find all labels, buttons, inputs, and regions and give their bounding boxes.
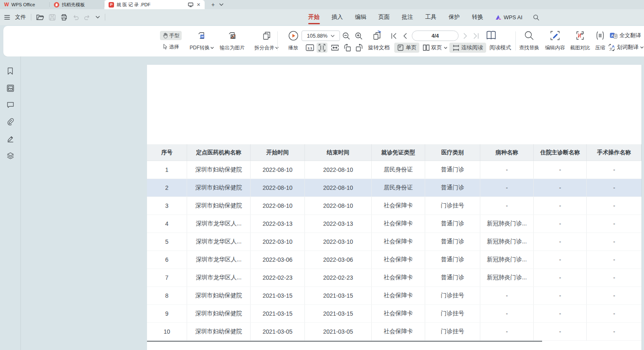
hand-icon	[162, 33, 168, 38]
rotate-right-button[interactable]	[354, 43, 364, 53]
table-cell: -	[480, 197, 534, 215]
menu-comment[interactable]: 批注	[402, 13, 413, 21]
present-monitor-icon[interactable]	[188, 3, 193, 7]
table-cell: 深圳市龙华区人...	[187, 215, 251, 232]
open-file-icon[interactable]	[36, 14, 44, 20]
layers-icon[interactable]	[7, 152, 14, 159]
annotate-pen-icon[interactable]	[7, 135, 14, 143]
table-cell: 2	[147, 179, 187, 197]
thumbnails-icon[interactable]	[7, 84, 14, 92]
menu-edit[interactable]: 编辑	[355, 13, 366, 21]
table-cell: -	[480, 305, 534, 322]
rotate-left-button[interactable]	[342, 43, 352, 53]
menu-search-icon[interactable]	[533, 14, 539, 20]
bookmark-icon[interactable]	[7, 67, 14, 75]
first-page-button[interactable]	[390, 32, 398, 40]
table-cell: 新冠肺炎门诊...	[480, 251, 534, 268]
pdf-convert-button[interactable]: W PDF转换	[185, 30, 219, 53]
menu-protect[interactable]: 保护	[449, 13, 460, 21]
continuous-reading-icon	[453, 45, 459, 51]
page-number-input[interactable]: 4/4	[412, 31, 459, 41]
double-page-button[interactable]: 双页	[422, 43, 448, 53]
chevron-down-icon	[331, 35, 335, 37]
table-cell: -	[534, 179, 587, 197]
hand-tool-button[interactable]: 手型	[160, 31, 182, 40]
menu-convert[interactable]: 转换	[472, 13, 483, 21]
next-page-button[interactable]	[461, 32, 469, 40]
previous-page-icon	[403, 33, 407, 39]
tab-list-chevron-icon[interactable]	[217, 0, 226, 9]
reading-mode-label[interactable]: 阅读模式	[488, 43, 513, 53]
edit-content-button[interactable]: 编辑内容	[543, 30, 567, 53]
table-cell: 2022-08-10	[305, 179, 372, 197]
pdf-page[interactable]: 序号定点医药机构名称开始时间结束时间就诊凭证类型医疗类别病种名称住院主诊断名称手…	[147, 65, 641, 350]
fit-page-button[interactable]	[317, 43, 327, 53]
menu-page[interactable]: 页面	[378, 13, 390, 21]
play-button[interactable]: 播放	[282, 30, 304, 53]
menu-home[interactable]: 开始	[308, 13, 319, 21]
actual-size-button[interactable]: 1:1	[305, 43, 315, 53]
tab-wps-home[interactable]: W WPS Office	[0, 0, 49, 9]
full-translate-button[interactable]: A字 全文翻译	[610, 32, 644, 39]
table-cell: 社会保障卡	[372, 287, 425, 304]
comment-icon[interactable]	[7, 102, 14, 108]
file-menu-button[interactable]: 文件	[15, 13, 26, 21]
zoom-out-icon	[342, 32, 350, 40]
select-tool-button[interactable]: 选择	[160, 42, 182, 51]
table-cell: 3	[147, 197, 187, 215]
continuous-reading-button[interactable]: 连续阅读	[449, 43, 486, 53]
table-cell: 2021-03-05	[251, 323, 305, 340]
table-cell: 2022-08-10	[305, 161, 372, 179]
attachment-icon[interactable]	[7, 118, 14, 125]
reading-mode-button[interactable]	[484, 29, 498, 42]
table-cell: 2022-08-10	[251, 179, 305, 197]
find-replace-icon	[524, 31, 534, 41]
zoom-out-button[interactable]	[342, 31, 351, 41]
pdf-file-icon: P	[109, 2, 114, 8]
new-tab-button[interactable]: +	[209, 0, 217, 9]
last-page-button[interactable]	[472, 32, 480, 40]
close-tab-icon[interactable]: ✕	[197, 2, 200, 8]
table-cell: -	[587, 305, 641, 322]
export-image-button[interactable]: 输出为图片	[215, 30, 250, 53]
save-icon[interactable]	[49, 14, 56, 20]
find-replace-button[interactable]: 查找替换	[517, 30, 541, 53]
table-row: 10深圳市妇幼保健院2021-03-052021-03-05社会保障卡门诊挂号-…	[147, 323, 641, 341]
table-cell: 2021-03-15	[305, 305, 372, 322]
quick-access-chevron-icon[interactable]	[96, 16, 100, 18]
single-page-button[interactable]: 单页	[394, 43, 419, 53]
table-cell: 普通门诊	[425, 215, 480, 232]
rotate-document-button[interactable]: 旋转文档	[366, 43, 392, 53]
menu-insert[interactable]: 插入	[332, 13, 343, 21]
table-cell: 居民身份证	[372, 161, 425, 179]
table-cell: 普通门诊	[425, 233, 480, 250]
tab-document-pdf[interactable]: P 就 医 记 录 .PDF ✕	[104, 0, 205, 9]
word-translate-button[interactable]: 文A 划词翻译	[608, 43, 644, 51]
header-cell: 结束时间	[305, 144, 372, 161]
full-translate-icon: A字	[610, 33, 617, 39]
tab-label: 找稻壳模板	[62, 2, 85, 8]
print-icon[interactable]	[61, 14, 67, 20]
wps-ai-button[interactable]: WPS AI	[495, 14, 522, 20]
fit-width-button[interactable]	[330, 43, 340, 53]
table-cell: -	[587, 269, 641, 286]
zoom-in-button[interactable]	[354, 31, 363, 41]
undo-icon[interactable]	[72, 15, 79, 20]
screenshot-compare-button[interactable]: 截图对比	[568, 30, 592, 53]
menu-items: 开始 插入 编辑 页面 批注 工具 保护 转换 WPS AI	[308, 9, 539, 25]
edit-content-icon	[550, 31, 560, 41]
play-icon	[288, 31, 299, 41]
table-cell: -	[534, 287, 587, 304]
replace-pages-button[interactable]	[370, 30, 383, 42]
previous-page-button[interactable]	[401, 32, 409, 40]
table-row: 6深圳市龙华区人...2022-03-062022-03-06社会保障卡普通门诊…	[147, 251, 641, 269]
compress-button[interactable]: 压缩	[591, 30, 610, 53]
table-cell: -	[587, 323, 641, 340]
tab-docer-templates[interactable]: 找稻壳模板	[50, 0, 104, 9]
table-cell: 2022-03-10	[305, 233, 372, 250]
table-cell: 社会保障卡	[372, 269, 425, 286]
menu-tools[interactable]: 工具	[425, 13, 436, 21]
zoom-level-select[interactable]: 105.88%	[302, 31, 340, 41]
main-menu-icon[interactable]	[4, 15, 10, 20]
redo-icon[interactable]	[84, 15, 91, 20]
